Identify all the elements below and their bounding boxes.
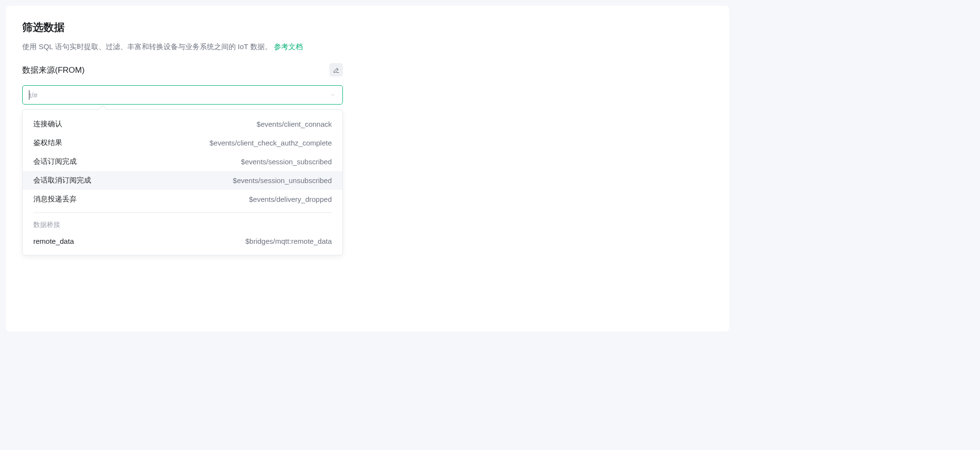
dropdown-group-label: 数据桥接 (23, 217, 342, 232)
from-label: 数据来源(FROM) (22, 65, 84, 76)
from-section-row: 数据来源(FROM) (22, 63, 343, 77)
dropdown-item-value: $events/delivery_dropped (249, 195, 332, 203)
dropdown-item-label: 消息投递丢弃 (33, 195, 77, 204)
dropdown-item-value: $events/session_subscribed (241, 158, 332, 166)
dropdown-bridge-container: remote_data$bridges/mqtt:remote_data (23, 232, 342, 250)
dropdown-item-label: 连接确认 (33, 119, 62, 129)
dropdown-item[interactable]: 连接确认$events/client_connack (23, 115, 342, 133)
filter-data-card: 筛选数据 使用 SQL 语句实时提取、过滤、丰富和转换设备与业务系统之间的 Io… (6, 6, 729, 331)
dropdown-item[interactable]: 消息投递丢弃$events/delivery_dropped (23, 190, 342, 209)
from-select-wrapper: 连接确认$events/client_connack鉴权结果$events/cl… (22, 85, 343, 105)
edit-icon (333, 66, 340, 74)
dropdown-item[interactable]: 会话取消订阅完成$events/session_unsubscribed (23, 171, 342, 190)
dropdown-item[interactable]: 会话订阅完成$events/session_subscribed (23, 152, 342, 171)
dropdown-item-label: 会话订阅完成 (33, 157, 77, 166)
dropdown-item-value: $events/client_check_authz_complete (210, 139, 332, 147)
dropdown-bridge-item[interactable]: remote_data$bridges/mqtt:remote_data (23, 232, 342, 250)
dropdown-item-value: $events/client_connack (257, 120, 332, 128)
dropdown-item-label: 会话取消订阅完成 (33, 176, 91, 185)
chevron-up-icon (330, 92, 336, 98)
dropdown-item[interactable]: 鉴权结果$events/client_check_authz_complete (23, 133, 342, 152)
dropdown-item-label: remote_data (33, 237, 74, 245)
dropdown-item-label: 鉴权结果 (33, 138, 62, 147)
page-subtitle: 使用 SQL 语句实时提取、过滤、丰富和转换设备与业务系统之间的 IoT 数据。… (22, 42, 713, 52)
dropdown-item-value: $bridges/mqtt:remote_data (245, 237, 332, 245)
dropdown-divider (33, 212, 332, 213)
dropdown-item-value: $events/session_unsubscribed (233, 176, 332, 185)
edit-sql-button[interactable] (329, 63, 343, 77)
from-select[interactable] (22, 85, 343, 105)
from-select-input[interactable] (29, 91, 330, 99)
from-dropdown: 连接确认$events/client_connack鉴权结果$events/cl… (22, 109, 343, 255)
subtitle-text: 使用 SQL 语句实时提取、过滤、丰富和转换设备与业务系统之间的 IoT 数据。 (22, 42, 272, 51)
dropdown-items-container: 连接确认$events/client_connack鉴权结果$events/cl… (23, 115, 342, 209)
text-cursor (29, 90, 29, 100)
page-title: 筛选数据 (22, 20, 713, 35)
doc-link[interactable]: 参考文档 (274, 42, 303, 51)
dropdown-arrow (99, 106, 107, 114)
